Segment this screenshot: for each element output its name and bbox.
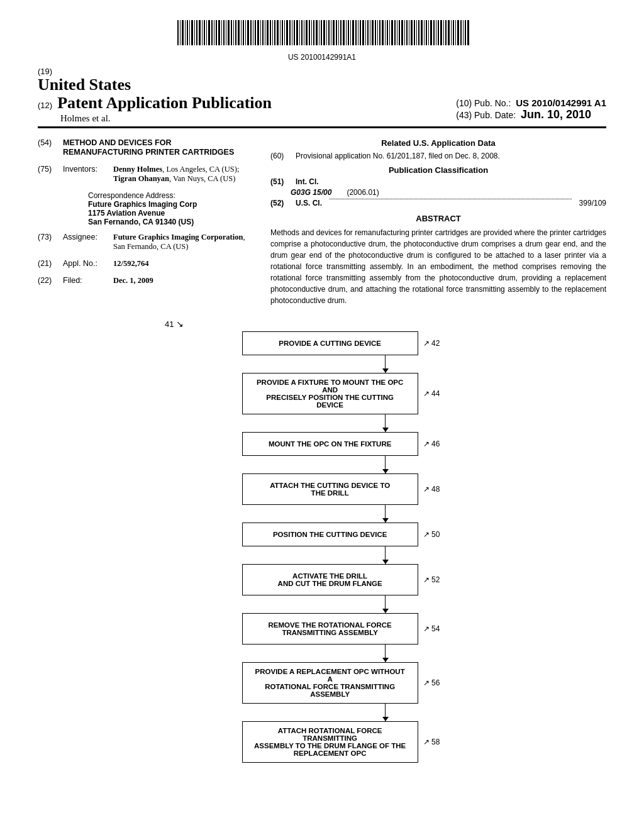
assignee-label: Assignee: [63,233,108,252]
svg-rect-113 [453,20,454,45]
flow-step-num-56: ↗ 56 [423,678,440,687]
svg-rect-96 [411,20,413,45]
int-cl-num: (51) [270,177,291,186]
svg-rect-116 [460,20,462,45]
svg-rect-74 [358,20,358,45]
flowchart-inner: 41 ↘ PROVIDE A CUTTING DEVICE ↗ 42 PROVI… [146,319,498,763]
svg-rect-33 [257,20,259,45]
svg-rect-103 [428,20,429,45]
appl-content: 12/592,764 [113,259,252,268]
svg-rect-20 [226,20,226,45]
inventors-content: Denny Holmes, Los Angeles, CA (US); Tigr… [113,165,252,184]
flowchart-section: 41 ↘ PROVIDE A CUTTING DEVICE ↗ 42 PROVI… [38,319,606,763]
svg-rect-43 [282,20,283,45]
inventors-header-line: Holmes et al. [60,113,272,124]
svg-rect-15 [214,20,214,45]
svg-rect-5 [189,20,190,45]
flow-step-num-52: ↗ 52 [423,575,440,584]
svg-rect-36 [265,20,265,45]
svg-rect-32 [255,20,256,45]
assignee-content: Future Graphics Imaging Corporation, San… [113,233,252,252]
svg-rect-77 [365,20,366,45]
svg-rect-64 [333,20,335,45]
svg-rect-55 [311,20,312,45]
svg-rect-2 [182,20,184,45]
svg-rect-109 [443,20,444,45]
svg-rect-51 [301,20,303,45]
inventors-num: (75) [38,165,58,184]
svg-rect-102 [426,20,427,45]
svg-rect-90 [397,20,397,45]
corr-company: Future Graphics Imaging Corp [88,200,252,209]
flow-arrow-44-46 [385,414,386,432]
svg-rect-61 [326,20,327,45]
svg-rect-23 [233,20,234,45]
svg-rect-45 [286,20,288,45]
flow-box-44: PROVIDE A FIXTURE TO MOUNT THE OPC ANDPR… [242,373,418,414]
fig-label-arrow: ↘ [176,319,184,329]
svg-rect-86 [387,20,388,45]
svg-rect-8 [196,20,197,45]
flow-box-52-text: ACTIVATE THE DRILLAND CUT THE DRUM FLANG… [278,572,382,587]
svg-rect-59 [321,20,322,45]
flow-box-54-text: REMOVE THE ROTATIONAL FORCETRANSMITTING … [269,621,392,636]
us-cl-label: U.S. Cl. [296,199,322,208]
filed-field: (22) Filed: Dec. 1, 2009 [38,276,252,285]
us-cl-dots [330,199,572,199]
svg-rect-47 [292,20,292,45]
flow-box-56: PROVIDE A REPLACEMENT OPC WITHOUT AROTAT… [242,662,418,704]
svg-rect-118 [465,20,466,45]
inventors-field: (75) Inventors: Denny Holmes, Los Angele… [38,165,252,184]
flow-step-num-48: ↗ 48 [423,485,440,494]
svg-rect-100 [421,20,423,45]
filed-label: Filed: [63,276,108,285]
svg-rect-11 [204,20,205,45]
svg-rect-81 [375,20,376,45]
pub-date-line: (43) Pub. Date: Jun. 10, 2010 [456,108,606,121]
pub-class-section: Publication Classification (51) Int. Cl.… [270,165,606,208]
us-cl-val: 399/109 [579,199,606,208]
corr-addr2: San Fernando, CA 91340 (US) [88,218,252,226]
svg-rect-3 [185,20,186,45]
page: US 20100142991A1 (19) United States (12)… [0,0,644,830]
related-num: (60) [270,152,291,160]
svg-rect-17 [218,20,220,45]
svg-rect-108 [440,20,442,45]
svg-rect-87 [389,20,390,45]
svg-rect-48 [294,20,295,45]
svg-rect-34 [260,20,261,45]
pub-no-val: US 2010/0142991 A1 [516,97,606,108]
svg-rect-24 [235,20,236,45]
left-column: (54) METHOD AND DEVICES FOR REMANUFACTUR… [38,138,252,306]
svg-rect-94 [406,20,408,45]
svg-rect-30 [250,20,252,45]
filed-num: (22) [38,276,58,285]
svg-rect-101 [424,20,425,45]
svg-rect-111 [448,20,450,45]
svg-rect-31 [253,20,253,45]
appl-val: 12/592,764 [113,259,149,268]
svg-rect-76 [362,20,364,45]
svg-rect-19 [223,20,225,45]
svg-rect-28 [245,20,246,45]
svg-rect-53 [306,20,308,45]
svg-rect-112 [451,20,452,45]
svg-rect-54 [309,20,310,45]
svg-rect-63 [331,20,331,45]
abstract-text: Methods and devices for remanufacturing … [270,227,606,306]
svg-rect-89 [394,20,396,45]
flow-box-46: MOUNT THE OPC ON THE FIXTURE [242,432,418,456]
header-section: (19) United States (12) Patent Applicati… [38,67,606,128]
flow-step-num-50: ↗ 50 [423,530,440,539]
svg-rect-44 [284,20,285,45]
flow-box-48: ATTACH THE CUTTING DEVICE TOTHE DRILL [242,473,418,505]
svg-rect-41 [277,20,279,45]
svg-rect-35 [262,20,264,45]
svg-rect-110 [445,20,447,45]
svg-rect-85 [385,20,386,45]
svg-rect-119 [467,20,469,45]
svg-rect-91 [399,20,400,45]
related-data-row: (60) Provisional application No. 61/201,… [270,152,606,160]
svg-rect-65 [336,20,337,45]
svg-rect-95 [409,20,409,45]
